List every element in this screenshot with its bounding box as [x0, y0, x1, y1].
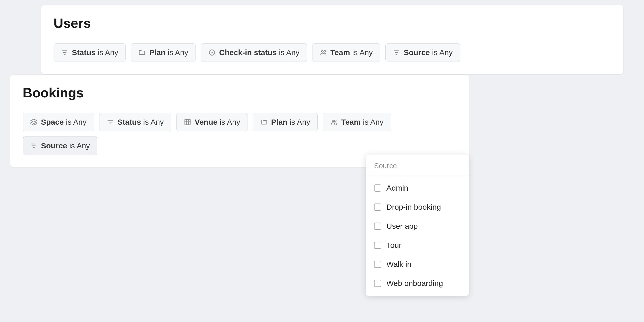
filter-icon-4	[30, 142, 37, 149]
users-filter-team[interactable]: Team is Any	[312, 43, 380, 62]
source-option-walkin[interactable]: Walk in	[366, 255, 469, 274]
source-option-walkin-label: Walk in	[386, 260, 411, 269]
users-filter-status[interactable]: Status is Any	[54, 43, 126, 62]
users-status-label: Status is Any	[72, 48, 118, 57]
building-icon	[184, 118, 191, 126]
users-plan-label: Plan is Any	[149, 48, 188, 57]
bookings-filter-status[interactable]: Status is Any	[99, 113, 171, 131]
users-team-label: Team is Any	[331, 48, 373, 57]
source-dropdown-list: Admin Drop-in booking User app Tour Walk…	[366, 175, 469, 296]
team-icon-2	[330, 118, 337, 126]
users-filter-checkin[interactable]: Check-in status is Any	[201, 43, 307, 62]
users-card: Users Status is Any Plan is Any	[41, 5, 623, 74]
source-option-userapp[interactable]: User app	[366, 217, 469, 236]
users-checkin-label: Check-in status is Any	[219, 48, 300, 57]
checkbox-userapp[interactable]	[374, 223, 381, 230]
users-title: Users	[54, 15, 611, 31]
bookings-filter-row: Space is Any Status is Any Venue i	[23, 113, 456, 155]
filter-icon	[61, 49, 68, 56]
bookings-filter-plan[interactable]: Plan is Any	[253, 113, 318, 131]
checkbox-webonboarding[interactable]	[374, 280, 381, 287]
bookings-status-label: Status is Any	[117, 118, 164, 126]
source-option-admin-label: Admin	[386, 184, 408, 192]
bookings-team-label: Team is Any	[341, 118, 384, 126]
svg-point-18	[335, 120, 336, 122]
svg-point-5	[324, 50, 326, 52]
source-option-dropin-label: Drop-in booking	[386, 203, 441, 211]
filter-icon-2	[393, 49, 400, 56]
source-option-tour[interactable]: Tour	[366, 236, 469, 255]
source-option-webonboarding[interactable]: Web onboarding	[366, 274, 469, 293]
users-filter-row: Status is Any Plan is Any Check-in	[54, 43, 611, 62]
bookings-source-label: Source is Any	[41, 141, 90, 150]
svg-point-17	[332, 120, 334, 122]
bookings-title: Bookings	[23, 85, 456, 100]
bookings-filter-space[interactable]: Space is Any	[23, 113, 94, 131]
bookings-filter-source[interactable]: Source is Any	[23, 137, 97, 155]
bookings-filter-venue[interactable]: Venue is Any	[176, 113, 248, 131]
folder-icon-2	[260, 118, 268, 126]
source-dropdown-header: Source	[366, 155, 469, 175]
users-source-label: Source is Any	[404, 48, 453, 57]
users-filter-source[interactable]: Source is Any	[385, 43, 460, 62]
cube-icon	[30, 118, 37, 126]
bookings-plan-label: Plan is Any	[271, 118, 310, 126]
source-option-userapp-label: User app	[386, 222, 418, 231]
users-filter-plan[interactable]: Plan is Any	[131, 43, 196, 62]
checkbox-dropin[interactable]	[374, 204, 381, 211]
source-option-dropin[interactable]: Drop-in booking	[366, 198, 469, 217]
bookings-venue-label: Venue is Any	[195, 118, 240, 126]
bookings-space-label: Space is Any	[41, 118, 87, 126]
team-icon	[320, 49, 327, 56]
bookings-card: Bookings Space is Any Status is Any	[10, 75, 469, 167]
checkcircle-icon	[208, 49, 216, 56]
source-option-webonboarding-label: Web onboarding	[386, 279, 443, 288]
svg-rect-12	[185, 120, 190, 125]
checkbox-admin[interactable]	[374, 184, 381, 192]
filter-icon-3	[107, 118, 114, 126]
checkbox-tour[interactable]	[374, 242, 381, 249]
bookings-filter-team[interactable]: Team is Any	[323, 113, 391, 131]
folder-icon	[138, 49, 146, 56]
source-option-admin[interactable]: Admin	[366, 179, 469, 198]
checkbox-walkin[interactable]	[374, 261, 381, 268]
page-background: Users Status is Any Plan is Any	[0, 0, 644, 322]
source-option-tour-label: Tour	[386, 241, 401, 250]
svg-point-4	[321, 50, 323, 52]
source-dropdown: Source Admin Drop-in booking User app To…	[366, 155, 469, 296]
